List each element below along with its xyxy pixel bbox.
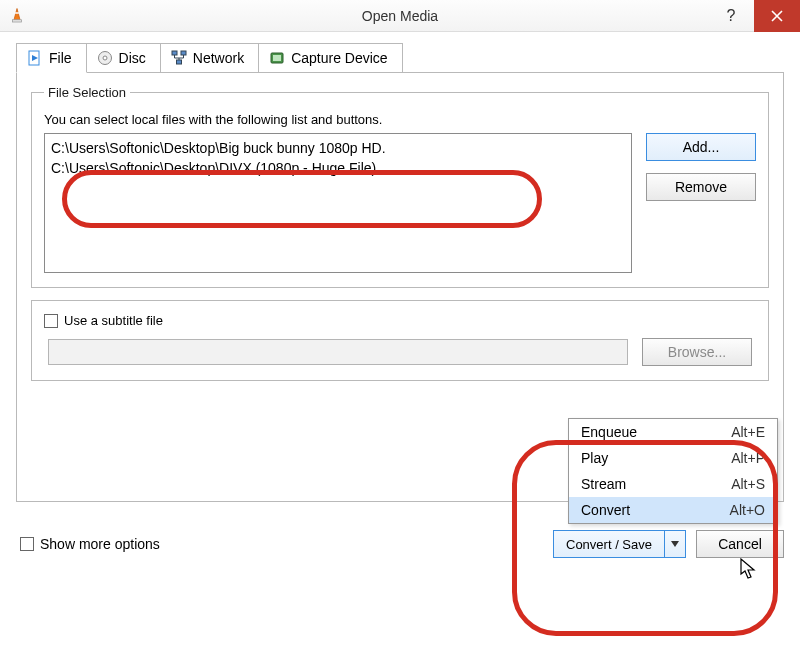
svg-rect-2 <box>15 12 19 14</box>
subtitle-path-input <box>48 339 628 365</box>
tab-capture-label: Capture Device <box>291 50 388 66</box>
file-list-item[interactable]: C:\Users\Softonic\Desktop\Big buck bunny… <box>51 138 625 158</box>
window-title: Open Media <box>0 8 800 24</box>
close-button[interactable] <box>754 0 800 32</box>
menu-item-label: Play <box>581 450 608 466</box>
tab-file-label: File <box>49 50 72 66</box>
svg-rect-9 <box>176 60 181 64</box>
file-list-item[interactable]: C:\Users\Softonic\Desktop\DIVX (1080p - … <box>51 158 625 178</box>
tab-file[interactable]: File <box>16 43 87 73</box>
network-icon <box>171 50 187 66</box>
file-selection-legend: File Selection <box>44 85 130 100</box>
tab-network[interactable]: Network <box>160 43 259 73</box>
menu-item-shortcut: Alt+P <box>731 450 765 466</box>
menu-item-enqueue[interactable]: Enqueue Alt+E <box>569 419 777 445</box>
svg-point-6 <box>103 56 107 60</box>
show-more-label: Show more options <box>40 536 160 552</box>
add-button[interactable]: Add... <box>646 133 756 161</box>
menu-item-shortcut: Alt+O <box>730 502 765 518</box>
subtitle-checkbox-label: Use a subtitle file <box>64 313 163 328</box>
subtitle-checkbox[interactable] <box>44 314 58 328</box>
convert-save-dropdown[interactable] <box>665 531 685 557</box>
menu-item-shortcut: Alt+S <box>731 476 765 492</box>
tab-disc[interactable]: Disc <box>86 43 161 73</box>
menu-item-play[interactable]: Play Alt+P <box>569 445 777 471</box>
convert-save-button[interactable]: Convert / Save <box>553 530 686 558</box>
tab-network-label: Network <box>193 50 244 66</box>
svg-rect-8 <box>181 51 186 55</box>
show-more-checkbox[interactable] <box>20 537 34 551</box>
svg-marker-0 <box>14 8 20 19</box>
svg-rect-11 <box>273 55 281 61</box>
file-list[interactable]: C:\Users\Softonic\Desktop\Big buck bunny… <box>44 133 632 273</box>
remove-button[interactable]: Remove <box>646 173 756 201</box>
disc-icon <box>97 50 113 66</box>
file-icon <box>27 50 43 66</box>
svg-marker-12 <box>671 541 679 547</box>
cancel-button[interactable]: Cancel <box>696 530 784 558</box>
convert-save-menu: Enqueue Alt+E Play Alt+P Stream Alt+S Co… <box>568 418 778 524</box>
app-icon <box>8 7 26 25</box>
convert-save-label[interactable]: Convert / Save <box>554 531 665 557</box>
menu-item-shortcut: Alt+E <box>731 424 765 440</box>
tab-disc-label: Disc <box>119 50 146 66</box>
svg-rect-7 <box>172 51 177 55</box>
menu-item-label: Enqueue <box>581 424 637 440</box>
capture-icon <box>269 50 285 66</box>
subtitle-group: Use a subtitle file Browse... <box>31 300 769 381</box>
tab-capture[interactable]: Capture Device <box>258 43 403 73</box>
menu-item-label: Convert <box>581 502 630 518</box>
menu-item-convert[interactable]: Convert Alt+O <box>569 497 777 523</box>
file-selection-hint: You can select local files with the foll… <box>44 112 756 127</box>
dialog-footer: Show more options Convert / Save Cancel … <box>0 518 800 572</box>
svg-rect-1 <box>13 19 22 21</box>
browse-button: Browse... <box>642 338 752 366</box>
file-selection-group: File Selection You can select local file… <box>31 85 769 288</box>
menu-item-label: Stream <box>581 476 626 492</box>
tab-strip: File Disc Network Capture Device <box>16 42 784 72</box>
menu-item-stream[interactable]: Stream Alt+S <box>569 471 777 497</box>
help-button[interactable]: ? <box>708 3 754 29</box>
titlebar: Open Media ? <box>0 0 800 32</box>
